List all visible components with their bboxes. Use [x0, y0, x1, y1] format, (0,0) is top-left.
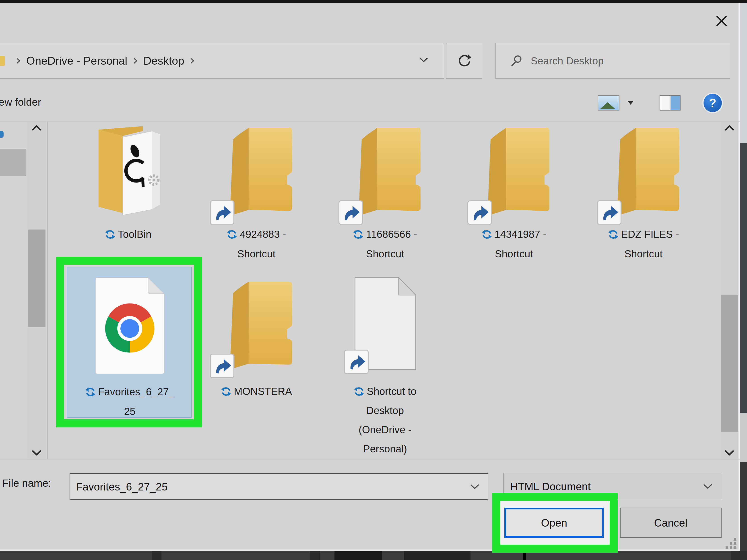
file-label: MONSTERA: [194, 381, 319, 401]
file-item-11686566[interactable]: 11686566 - Shortcut: [323, 123, 447, 273]
close-button[interactable]: [713, 12, 730, 30]
file-name-input[interactable]: Favorites_6_27_25: [70, 473, 488, 500]
background-bottom-strip: [0, 551, 747, 560]
nav-pane-selected-item[interactable]: [0, 149, 26, 176]
file-type-value: HTML Document: [510, 480, 591, 493]
file-label: Shortcut: [452, 244, 576, 264]
background-strip: [740, 143, 747, 414]
sidebar-scrollbar[interactable]: [28, 122, 46, 459]
file-label: Shortcut: [581, 244, 706, 264]
address-folder-icon: [0, 56, 5, 66]
shortcut-arrow-icon: [597, 200, 622, 225]
shortcut-arrow-icon: [210, 200, 235, 225]
search-input[interactable]: Search Desktop: [495, 43, 730, 79]
refresh-icon: [457, 53, 471, 68]
background-strip: [740, 414, 747, 462]
sync-icon: [221, 386, 231, 397]
sync-icon: [354, 386, 364, 397]
file-label: Desktop: [323, 401, 447, 420]
help-icon: ?: [709, 96, 717, 110]
file-label: Shortcut: [323, 244, 447, 264]
dialog-bottom-edge: [0, 550, 740, 551]
scrollbar-thumb[interactable]: [28, 230, 46, 327]
background-top-bar: [0, 0, 747, 3]
address-dropdown-icon[interactable]: [419, 57, 428, 63]
filelist-scrollbar[interactable]: [721, 122, 738, 459]
nav-pane-item-icon: [0, 131, 4, 138]
file-label: 11686566 -: [323, 224, 447, 244]
scroll-up-icon[interactable]: [31, 125, 42, 131]
sync-icon: [608, 229, 618, 240]
file-label: (OneDrive -: [323, 420, 447, 439]
file-label: 14341987 -: [452, 224, 576, 244]
open-file-dialog: OneDrive - Personal Desktop Search Deskt…: [0, 0, 747, 560]
new-folder-button[interactable]: ew folder: [0, 96, 41, 108]
shortcut-arrow-icon: [344, 349, 369, 374]
breadcrumb-chevron-icon: [133, 57, 137, 64]
file-item-shortcut-to-desktop[interactable]: Shortcut to Desktop (OneDrive - Personal…: [323, 267, 447, 459]
file-item-toolbin[interactable]: ToolBin: [66, 123, 191, 273]
shortcut-arrow-icon: [210, 353, 235, 378]
open-button[interactable]: Open: [505, 508, 604, 538]
file-label: Personal): [323, 439, 447, 459]
refresh-button[interactable]: [446, 43, 482, 79]
close-icon: [715, 15, 728, 27]
background-element: [404, 551, 470, 560]
pane-divider: [47, 122, 48, 459]
cancel-button-label: Cancel: [654, 517, 687, 529]
open-button-label: Open: [541, 517, 567, 529]
file-label: Shortcut: [194, 244, 319, 264]
file-label: EDZ FILES -: [581, 224, 706, 244]
sync-icon: [105, 229, 115, 240]
shortcut-arrow-icon: [338, 200, 363, 225]
file-item-monstera[interactable]: MONSTERA: [194, 267, 319, 418]
background-element: [310, 551, 320, 560]
file-label: 4924883 -: [194, 224, 319, 244]
scrollbar-thumb[interactable]: [721, 295, 738, 432]
breadcrumb-onedrive[interactable]: OneDrive - Personal: [26, 54, 127, 67]
scroll-up-icon[interactable]: [724, 125, 735, 131]
shortcut-arrow-icon: [467, 200, 492, 225]
annotation-highlight-selected-file: [56, 257, 202, 427]
search-placeholder: Search Desktop: [531, 55, 603, 67]
file-item-edz-files[interactable]: EDZ FILES - Shortcut: [581, 123, 706, 273]
address-bar[interactable]: OneDrive - Personal Desktop: [0, 43, 444, 79]
background-element: [152, 551, 161, 560]
scroll-down-icon[interactable]: [31, 449, 42, 455]
scroll-down-icon[interactable]: [724, 449, 735, 455]
sync-icon: [227, 229, 237, 240]
preview-pane-button[interactable]: [660, 96, 680, 110]
view-thumbnails-button[interactable]: [598, 96, 619, 110]
divider: [0, 459, 740, 459]
search-icon: [510, 55, 523, 67]
file-name-label: File name:: [2, 477, 51, 489]
chevron-down-icon[interactable]: [703, 484, 713, 489]
background-strip: [740, 3, 747, 143]
background-strip: [740, 462, 747, 560]
file-name-value: Favorites_6_27_25: [76, 481, 168, 493]
sync-icon: [353, 229, 363, 240]
background-element: [334, 551, 382, 560]
file-label: ToolBin: [66, 224, 191, 244]
cancel-button[interactable]: Cancel: [620, 508, 722, 538]
file-item-4924883[interactable]: 4924883 - Shortcut: [194, 123, 319, 273]
view-dropdown-icon[interactable]: [627, 101, 634, 105]
divider: [0, 122, 740, 122]
resize-grip[interactable]: [724, 537, 737, 550]
breadcrumb-chevron-icon: [190, 57, 195, 64]
help-button[interactable]: ?: [702, 93, 723, 113]
app-folder-icon: [87, 124, 170, 218]
sync-icon: [482, 229, 492, 240]
breadcrumb-chevron-icon: [16, 57, 21, 64]
breadcrumb-desktop[interactable]: Desktop: [144, 54, 184, 67]
file-label: Shortcut to: [323, 381, 447, 401]
annotation-highlight-open-button: Open: [492, 493, 618, 553]
background-element: [731, 551, 747, 560]
file-item-14341987[interactable]: 14341987 - Shortcut: [452, 123, 576, 273]
chevron-down-icon[interactable]: [470, 484, 480, 489]
